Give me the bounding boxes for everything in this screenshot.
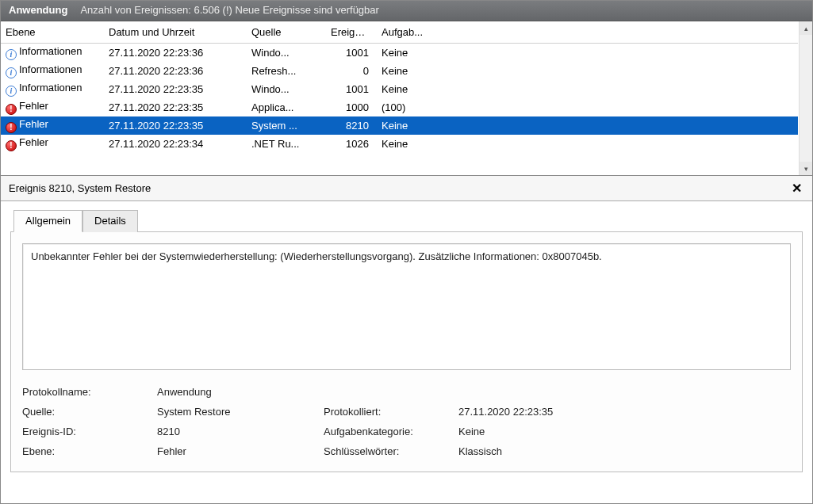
titlebar: Anwendung Anzahl von Ereignissen: 6.506 … bbox=[1, 1, 812, 21]
close-icon[interactable]: ✕ bbox=[788, 181, 804, 196]
vertical-scrollbar[interactable]: ▴ ▾ bbox=[799, 21, 812, 175]
prop-level-k: Ebene: bbox=[22, 445, 149, 457]
row-level-label: Informationen bbox=[19, 63, 82, 75]
error-icon: ! bbox=[6, 104, 17, 115]
row-eventid: 0 bbox=[326, 62, 374, 80]
prop-source-k: Quelle: bbox=[22, 406, 149, 418]
prop-logname-v: Anwendung bbox=[157, 386, 316, 398]
info-icon: i bbox=[6, 49, 17, 60]
row-source: Windo... bbox=[247, 44, 326, 63]
tab-general[interactable]: Allgemein bbox=[13, 210, 82, 232]
row-source: Refresh... bbox=[247, 62, 326, 80]
app-title: Anwendung bbox=[9, 4, 67, 16]
row-level-label: Informationen bbox=[19, 82, 82, 94]
event-table-wrap: Ebene Datum und Uhrzeit Quelle Ereigni..… bbox=[1, 21, 812, 176]
row-datetime: 27.11.2020 22:23:35 bbox=[104, 116, 247, 135]
col-date[interactable]: Datum und Uhrzeit bbox=[104, 21, 247, 44]
row-eventid: 1001 bbox=[326, 80, 374, 98]
row-level-label: Fehler bbox=[19, 136, 48, 148]
row-task: Keine bbox=[374, 44, 437, 63]
col-eventid[interactable]: Ereigni... bbox=[326, 21, 374, 44]
row-eventid: 1026 bbox=[326, 135, 374, 153]
row-task: Keine bbox=[374, 80, 437, 98]
event-description: Unbekannter Fehler bei der Systemwiederh… bbox=[22, 243, 791, 370]
row-task: Keine bbox=[374, 116, 437, 135]
row-source: .NET Ru... bbox=[247, 135, 326, 153]
error-icon: ! bbox=[6, 122, 17, 133]
row-datetime: 27.11.2020 22:23:36 bbox=[104, 62, 247, 80]
row-eventid: 1000 bbox=[326, 98, 374, 116]
row-level-label: Informationen bbox=[19, 45, 82, 57]
tabs: Allgemein Details bbox=[1, 201, 812, 231]
tab-details[interactable]: Details bbox=[82, 210, 138, 232]
row-eventid: 1001 bbox=[326, 44, 374, 63]
detail-header: Ereignis 8210, System Restore ✕ bbox=[1, 176, 812, 201]
prop-eventid-v: 8210 bbox=[157, 426, 316, 437]
prop-logged-k: Protokolliert: bbox=[324, 406, 451, 418]
prop-level-v: Fehler bbox=[157, 445, 316, 457]
row-task: Keine bbox=[374, 62, 437, 80]
info-icon: i bbox=[6, 86, 17, 97]
row-datetime: 27.11.2020 22:23:34 bbox=[104, 135, 247, 153]
table-row[interactable]: !Fehler27.11.2020 22:23:35System ...8210… bbox=[1, 116, 798, 135]
row-datetime: 27.11.2020 22:23:35 bbox=[104, 98, 247, 116]
prop-keywords-k: Schlüsselwörter: bbox=[324, 445, 451, 457]
error-icon: ! bbox=[6, 140, 17, 151]
col-task[interactable]: Aufgab... bbox=[374, 21, 437, 44]
prop-source-v: System Restore bbox=[157, 406, 316, 418]
row-task: Keine bbox=[374, 135, 437, 153]
table-row[interactable]: !Fehler27.11.2020 22:23:35Applica...1000… bbox=[1, 98, 798, 116]
row-level-label: Fehler bbox=[19, 100, 48, 112]
table-row[interactable]: iInformationen27.11.2020 22:23:35Windo..… bbox=[1, 80, 798, 98]
event-properties: Protokollname: Anwendung Quelle: System … bbox=[22, 386, 791, 457]
scroll-down-icon[interactable]: ▾ bbox=[800, 162, 812, 175]
prop-taskcat-k: Aufgabenkategorie: bbox=[324, 426, 451, 437]
row-eventid: 8210 bbox=[326, 116, 374, 135]
table-row[interactable]: !Fehler27.11.2020 22:23:34.NET Ru...1026… bbox=[1, 135, 798, 153]
table-header-row: Ebene Datum und Uhrzeit Quelle Ereigni..… bbox=[1, 21, 798, 44]
event-count: Anzahl von Ereignissen: 6.506 (!) Neue E… bbox=[80, 4, 379, 16]
event-table: Ebene Datum und Uhrzeit Quelle Ereigni..… bbox=[1, 21, 798, 153]
row-datetime: 27.11.2020 22:23:36 bbox=[104, 44, 247, 63]
prop-keywords-v: Klassisch bbox=[458, 445, 617, 457]
col-spacer bbox=[437, 21, 798, 44]
table-row[interactable]: iInformationen27.11.2020 22:23:36Windo..… bbox=[1, 44, 798, 63]
row-datetime: 27.11.2020 22:23:35 bbox=[104, 80, 247, 98]
row-task: (100) bbox=[374, 98, 437, 116]
prop-eventid-k: Ereignis-ID: bbox=[22, 426, 149, 437]
col-level[interactable]: Ebene bbox=[1, 21, 104, 44]
tab-panel-general: Unbekannter Fehler bei der Systemwiederh… bbox=[10, 231, 803, 472]
table-row[interactable]: iInformationen27.11.2020 22:23:36Refresh… bbox=[1, 62, 798, 80]
prop-logged-v: 27.11.2020 22:23:35 bbox=[458, 406, 617, 418]
prop-logname-k: Protokollname: bbox=[22, 386, 149, 398]
scroll-up-icon[interactable]: ▴ bbox=[800, 21, 812, 35]
row-source: System ... bbox=[247, 116, 326, 135]
row-level-label: Fehler bbox=[19, 118, 48, 130]
row-source: Applica... bbox=[247, 98, 326, 116]
info-icon: i bbox=[6, 67, 17, 78]
row-source: Windo... bbox=[247, 80, 326, 98]
col-source[interactable]: Quelle bbox=[247, 21, 326, 44]
detail-title: Ereignis 8210, System Restore bbox=[9, 182, 151, 194]
prop-taskcat-v: Keine bbox=[458, 426, 617, 437]
